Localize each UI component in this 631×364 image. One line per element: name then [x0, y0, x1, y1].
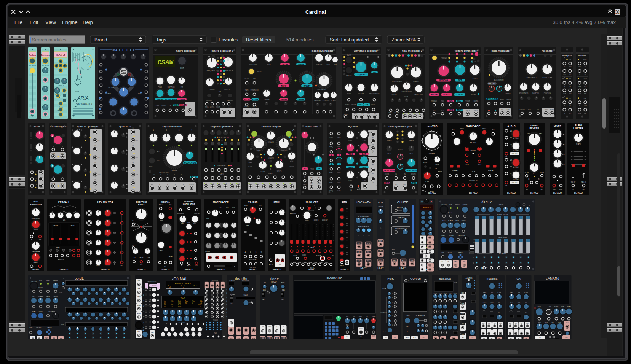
svg-text:MODULATOR: MODULATOR — [183, 203, 195, 205]
svg-text:RISE FALL: RISE FALL — [488, 170, 495, 172]
svg-text:GATE: GATE — [454, 282, 457, 283]
svg-text:OUT L: OUT L — [466, 110, 470, 111]
svg-text:BP: BP — [372, 173, 374, 175]
svg-text:INF.: INF. — [185, 302, 187, 304]
svg-text:OUT: OUT — [279, 264, 281, 266]
svg-text:3: 3 — [36, 184, 37, 186]
svg-text:EXCITE: EXCITE — [411, 173, 416, 175]
svg-text:∿: ∿ — [406, 331, 408, 333]
svg-text:R: R — [63, 278, 64, 279]
svg-text:SMOOTHNESS: SMOOTHNESS — [369, 93, 379, 95]
svg-text:GATES: GATES — [310, 247, 314, 248]
svg-text:GATE: GATE — [45, 337, 48, 338]
svg-text:DIRE: DIRE — [262, 299, 265, 300]
svg-text:BREAK: BREAK — [56, 247, 60, 248]
svg-text:OUT: OUT — [97, 174, 100, 176]
svg-text:FM: FM — [373, 72, 376, 73]
svg-text:RATE: RATE — [181, 223, 184, 225]
svg-text:4: 4 — [183, 184, 184, 185]
svg-text:CLOCK OUT: CLOCK OUT — [322, 219, 328, 221]
svg-text:FREEZE: FREEZE — [441, 57, 447, 59]
svg-text:A+B+C: A+B+C — [507, 125, 516, 127]
svg-text:▶: ▶ — [195, 287, 196, 289]
svg-text:LOOP: LOOP — [526, 323, 529, 324]
svg-text:ENV OUTs: ENV OUTs — [58, 259, 64, 261]
svg-text:IN: IN — [132, 127, 134, 129]
svg-text:V: V — [61, 337, 61, 338]
svg-text:CV 1: CV 1 — [220, 207, 222, 209]
svg-text:TRIG: TRIG — [205, 106, 208, 108]
svg-text:2: 2 — [143, 294, 144, 296]
svg-text:CLOCK: CLOCK — [395, 112, 399, 113]
svg-text:EXT IN: EXT IN — [244, 99, 250, 100]
svg-text:MUXLICER: MUXLICER — [306, 201, 319, 203]
svg-text:meta modulator: meta modulator — [492, 49, 511, 52]
svg-text:HEX MIX VCA: HEX MIX VCA — [97, 201, 113, 203]
svg-text:3: 3 — [143, 300, 144, 302]
svg-text:EVEN: EVEN — [430, 191, 434, 192]
svg-text:OUT: OUT — [140, 264, 143, 266]
svg-text:MEX: MEX — [342, 201, 347, 203]
svg-text:COLOR: COLOR — [180, 104, 187, 106]
svg-text:OUT R: OUT R — [474, 110, 478, 111]
svg-text:EDIT: EDIT — [149, 166, 153, 168]
svg-text:ForK: ForK — [387, 277, 394, 280]
svg-text:SPEED: SPEED — [305, 220, 308, 222]
svg-text:IN: IN — [94, 162, 96, 163]
svg-text:SK: SK — [473, 262, 474, 264]
svg-text:POSITION: POSITION — [323, 100, 329, 101]
svg-text:bId°°: bId°° — [481, 267, 487, 270]
svg-text:MIX: MIX — [526, 189, 528, 190]
svg-text:6: 6 — [239, 183, 240, 184]
svg-text:OUT: OUT — [364, 188, 366, 190]
svg-text:1.00: 1.00 — [178, 302, 181, 304]
svg-text:LEVEL: LEVEL — [210, 106, 215, 108]
svg-text:GAIN: GAIN — [362, 167, 366, 168]
svg-text:MOD: MOD — [388, 153, 391, 154]
svg-text:bEFACO: bEFACO — [507, 192, 516, 194]
svg-text:bEFACO: bEFACO — [60, 268, 69, 270]
svg-text:/16: /16 — [367, 260, 369, 262]
svg-text:STRT: STRT — [554, 306, 559, 308]
svg-text:TRIG: TRIG — [441, 100, 444, 102]
svg-text:GATE: GATE — [526, 331, 529, 332]
svg-text:SCALE: SCALE — [448, 220, 453, 221]
svg-text:GAIN: GAIN — [362, 153, 366, 155]
svg-text:RISE CV: RISE CV — [571, 181, 575, 183]
svg-text:TRIG: TRIG — [201, 325, 204, 326]
svg-text:oAI: oAI — [516, 277, 521, 280]
svg-text:CV 2: CV 2 — [226, 207, 229, 209]
svg-text:TRSP: TRSP — [441, 252, 444, 253]
svg-text:PLAY: PLAY — [441, 235, 445, 236]
svg-text:FREQ: FREQ — [514, 331, 517, 332]
svg-text:SAMPLING: SAMPLING — [184, 200, 194, 203]
svg-text:+OUT: +OUT — [559, 189, 563, 190]
svg-text:bordL: bordL — [75, 276, 84, 280]
svg-text:AUX: AUX — [506, 109, 510, 111]
svg-text:FREQ: FREQ — [348, 153, 353, 155]
svg-text:FINE RESET RUN: FINE RESET RUN — [358, 226, 369, 227]
svg-text:resonator: resonator — [542, 49, 554, 52]
svg-text:Speed: Speed — [181, 285, 185, 287]
svg-text:RES: RES — [494, 331, 496, 332]
svg-text:FALL CV: FALL CV — [581, 181, 586, 183]
svg-text:VOL: VOL — [164, 266, 166, 267]
svg-text:Trig 1: Trig 1 — [181, 297, 185, 299]
svg-text:ADD IN: ADD IN — [294, 255, 297, 256]
svg-text:TRIGG OUT: TRIGG OUT — [194, 213, 200, 214]
svg-text:ODD: ODD — [545, 109, 548, 110]
svg-text:IN B: IN B — [584, 86, 586, 87]
svg-text:COLOR: COLOR — [179, 99, 185, 100]
svg-text:2: 2 — [36, 178, 37, 179]
svg-text:Steps: Steps — [168, 285, 172, 287]
svg-text:M: M — [361, 336, 362, 337]
svg-text:DECAY: DECAY — [169, 256, 173, 258]
svg-text:SHIFTS: SHIFTS — [458, 252, 462, 253]
svg-text:TIMBRE: TIMBRE — [297, 99, 304, 100]
svg-text:OUT A: OUT A — [465, 164, 469, 165]
svg-text:SK: SK — [65, 337, 66, 339]
svg-text:CV1: CV1 — [164, 304, 166, 306]
svg-text:SQUARE: SQUARE — [105, 93, 111, 94]
svg-text:C1 LEVEL: C1 LEVEL — [513, 150, 519, 152]
svg-text:evenVCO: evenVCO — [427, 125, 437, 127]
